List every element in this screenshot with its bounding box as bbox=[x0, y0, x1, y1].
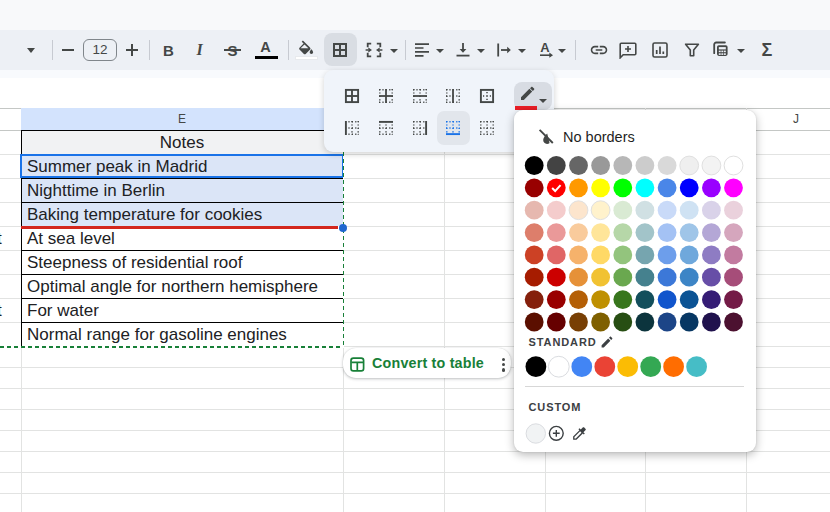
svg-text:A: A bbox=[540, 40, 550, 55]
